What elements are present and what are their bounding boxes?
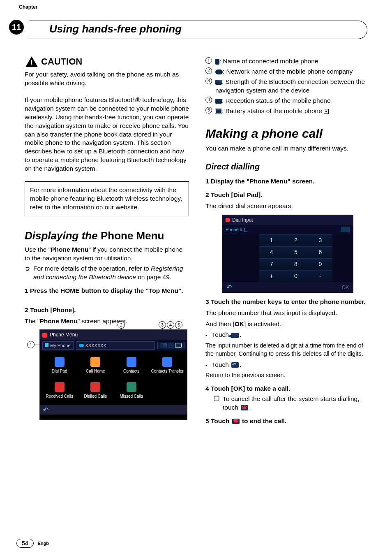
- key-9[interactable]: 9: [308, 258, 332, 270]
- caution-heading: CAUTION: [41, 56, 82, 68]
- key-dash[interactable]: -: [308, 270, 332, 282]
- delete-desc: The input number is deleted a digit at a…: [205, 342, 367, 358]
- pm-device: My Phone: [50, 343, 71, 348]
- touch-delete: Touch .: [205, 331, 367, 339]
- signal-icon: [168, 343, 174, 348]
- key-plus[interactable]: +: [259, 270, 284, 282]
- step-1-heading: 1 Press the HOME button to display the "…: [25, 287, 189, 295]
- use-phone-menu-text: Use the "Phone Menu" if you connect the …: [25, 246, 189, 263]
- step-2-heading: 2 Touch [Phone].: [25, 306, 189, 315]
- carrier-icon: [79, 344, 84, 347]
- svg-text:!: !: [30, 59, 33, 67]
- di-title: Dial Input: [232, 217, 253, 223]
- section-end-icon: [324, 109, 329, 114]
- battery-legend-icon: [215, 109, 222, 114]
- device-icon: [45, 343, 48, 347]
- info-box: For more information about the connectiv…: [25, 181, 189, 216]
- bt-strength-icon: [160, 343, 167, 348]
- dd-step5: 5 Touch to end the call.: [205, 417, 367, 426]
- heading-displaying-phone-menu: Displaying the Phone Menu: [25, 229, 189, 243]
- device-legend-icon: [215, 59, 219, 65]
- legend-4-num: 4: [205, 97, 212, 103]
- bt-legend-icon: [215, 80, 222, 85]
- touch-back: Touch .: [205, 361, 367, 369]
- dd-step2-result: The direct dial screen appears.: [205, 202, 367, 211]
- key-5[interactable]: 5: [284, 246, 308, 258]
- heading-making-phone-call: Making a phone call: [205, 125, 367, 142]
- delete-key-icon: [231, 333, 239, 338]
- carrier-legend-icon: [215, 70, 223, 74]
- phone-menu-screenshot: Phone Menu My Phone XXXXXXX Dial Pad: [39, 329, 187, 420]
- callout-3: 3: [159, 321, 166, 329]
- delete-icon[interactable]: [341, 227, 350, 232]
- back-key-icon: [231, 362, 239, 368]
- dd-step1: 1 Display the "Phone Menu" screen.: [205, 177, 367, 186]
- pm-carrier: XXXXXXX: [85, 343, 106, 348]
- dd-step3-r1: The phone number that was input is displ…: [205, 309, 367, 317]
- making-text: You can make a phone call in many differ…: [205, 144, 367, 153]
- legend-5-text: : Battery status of the mobile phone: [222, 107, 322, 114]
- callout-1: 1: [27, 341, 35, 348]
- chapter-title: Using hands-free phoning: [29, 21, 367, 39]
- key-7[interactable]: 7: [259, 258, 284, 270]
- right-column: 1: Name of connected mobile phone 2: Net…: [205, 56, 367, 426]
- pm-item-received-calls[interactable]: Received Calls: [42, 379, 77, 402]
- pm-item-dialled-calls[interactable]: Dialled Calls: [78, 379, 113, 402]
- signal-legend-icon: [215, 99, 222, 104]
- di-field-label: Phone #: [226, 227, 242, 232]
- dd-step2: 2 Touch [Dial Pad].: [205, 191, 367, 199]
- legend-1-text: : Name of connected mobile phone: [219, 58, 318, 65]
- warning-icon: !: [25, 56, 39, 68]
- pm-item-contacts[interactable]: Contacts: [114, 354, 149, 377]
- key-8[interactable]: 8: [284, 258, 308, 270]
- key-0[interactable]: 0: [284, 270, 308, 282]
- hangup-icon: [241, 405, 248, 410]
- dial-input-screenshot: Dial Input Phone # |_ 123 456 789 +0- ↶ …: [222, 215, 353, 293]
- callout-5: 5: [175, 321, 182, 329]
- legend-5-num: 5: [205, 107, 212, 114]
- dd-step3: 3 Touch the number keys to enter the pho…: [205, 298, 367, 306]
- key-3[interactable]: 3: [308, 234, 332, 246]
- callout-4: 4: [167, 321, 174, 329]
- intro-text: If your mobile phone features Bluetooth®…: [25, 96, 189, 173]
- legend-4-text: : Reception status of the mobile phone: [222, 97, 331, 104]
- phone-icon: [226, 218, 230, 222]
- caution-text: For your safety, avoid talking on the ph…: [25, 70, 189, 88]
- key-1[interactable]: 1: [259, 234, 284, 246]
- back-icon[interactable]: ↶: [226, 283, 232, 292]
- chapter-number-badge: 11: [9, 20, 24, 35]
- legend-2-num: 2: [205, 67, 212, 74]
- key-6[interactable]: 6: [308, 246, 332, 258]
- pm-item-dial-pad[interactable]: Dial Pad: [42, 354, 77, 377]
- language-code: Engb: [38, 541, 49, 546]
- hangup-icon: [232, 419, 240, 424]
- dd-step4: 4 Touch [OK] to make a call.: [205, 385, 367, 393]
- cross-reference: ➲ For more details of the operation, ref…: [25, 264, 189, 282]
- page-number: 54: [16, 539, 34, 548]
- phone-icon: [42, 333, 47, 338]
- ok-button[interactable]: OK: [342, 284, 349, 291]
- legend-1-num: 1: [205, 57, 212, 64]
- key-2[interactable]: 2: [284, 234, 308, 246]
- pm-item-missed-calls[interactable]: Missed Calls: [114, 379, 149, 402]
- battery-icon: [175, 343, 182, 348]
- dd-step3-r2: And then [OK] is activated.: [205, 320, 367, 329]
- pm-title: Phone Menu: [50, 331, 78, 338]
- callout-2: 2: [118, 321, 125, 329]
- cancel-call: ❐ To cancel the call after the system st…: [205, 395, 367, 412]
- legend-3-num: 3: [205, 78, 212, 84]
- legend-2-text: : Network name of the mobile phone compa…: [223, 68, 353, 75]
- key-4[interactable]: 4: [259, 246, 284, 258]
- heading-direct-dialling: Direct dialling: [205, 161, 367, 172]
- left-column: ! CAUTION For your safety, avoid talking…: [25, 56, 189, 426]
- chapter-label: Chapter: [19, 4, 37, 10]
- back-icon[interactable]: ↶: [43, 405, 48, 415]
- pm-item-call-home[interactable]: Call Home: [78, 354, 113, 377]
- legend-3-text: : Strength of the Bluetooth connection b…: [215, 78, 365, 94]
- pm-item-contacts-transfer[interactable]: Contacts Transfer: [150, 354, 185, 377]
- back-desc: Return to the previous screen.: [205, 371, 367, 380]
